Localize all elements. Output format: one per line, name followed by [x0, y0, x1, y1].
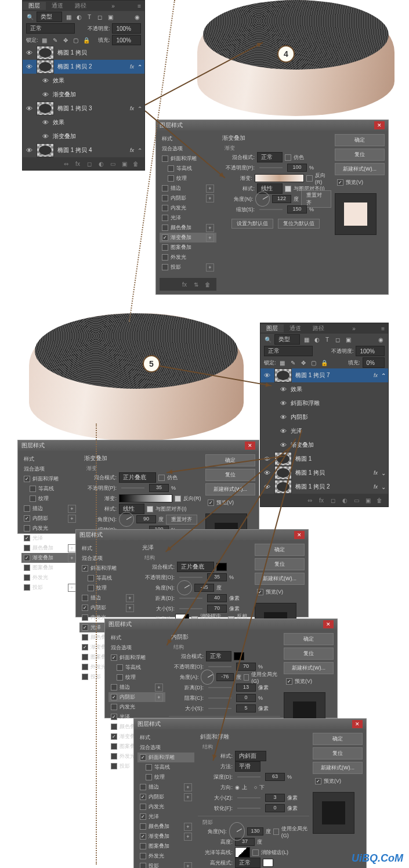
- fill-value[interactable]: 0%: [363, 357, 385, 368]
- chevron-icon[interactable]: ⌄: [381, 470, 386, 476]
- layer-name[interactable]: 椭圆 1 拷贝: [57, 49, 142, 57]
- style-blend-options[interactable]: 混合选项: [108, 643, 165, 653]
- fx-badge[interactable]: fx: [374, 470, 378, 476]
- layer-name[interactable]: 椭圆 1 拷贝 7: [295, 371, 370, 379]
- chevron-icon[interactable]: ⌃: [381, 372, 386, 379]
- distance-slider[interactable]: [179, 598, 202, 599]
- layer-effect[interactable]: 👁效果: [23, 74, 144, 88]
- visibility-icon[interactable]: 👁: [25, 49, 33, 56]
- opacity-slider[interactable]: [179, 577, 202, 578]
- cancel-button[interactable]: 复位: [335, 149, 385, 161]
- opacity-slider[interactable]: [208, 666, 231, 667]
- dir-down-radio[interactable]: 下: [259, 784, 265, 791]
- layer-row[interactable]: 👁椭圆 1 拷贝fx⌄: [260, 466, 388, 480]
- style-item[interactable]: ✓内阴影+: [21, 513, 78, 523]
- reset-align-button[interactable]: 重置对齐: [166, 515, 197, 525]
- dialog-titlebar[interactable]: 图层样式✕: [156, 120, 388, 131]
- dither-check[interactable]: 仿色: [294, 154, 304, 161]
- reverse-check[interactable]: 反向(R): [183, 495, 201, 502]
- cancel-button[interactable]: 复位: [205, 469, 255, 481]
- add-icon[interactable]: +: [206, 224, 214, 232]
- distance-slider[interactable]: [208, 687, 231, 688]
- style-item[interactable]: ✓渐变叠加+: [21, 553, 78, 563]
- layer-effect[interactable]: 👁效果: [23, 115, 144, 129]
- fx-badge[interactable]: fx: [130, 106, 134, 111]
- chevron-icon[interactable]: ⌃: [137, 64, 142, 70]
- align-check[interactable]: 与图层对齐(I): [155, 505, 187, 513]
- ok-button[interactable]: 确定: [313, 733, 363, 745]
- visibility-icon[interactable]: 👁: [25, 147, 33, 154]
- close-icon[interactable]: ✕: [374, 121, 385, 129]
- layer-effect[interactable]: 👁斜面和浮雕: [260, 396, 388, 410]
- fx-menu-icon[interactable]: fx: [180, 280, 189, 288]
- style-item[interactable]: 光泽: [160, 213, 216, 223]
- opacity-value[interactable]: 100%: [112, 23, 141, 34]
- technique-select[interactable]: 平滑: [235, 761, 260, 772]
- filter-kind[interactable]: 类型: [37, 12, 62, 22]
- lock-artboard-icon[interactable]: ▢: [310, 359, 318, 367]
- visibility-icon[interactable]: 👁: [41, 77, 49, 84]
- angle-dial[interactable]: [177, 580, 192, 595]
- new-style-button[interactable]: 新建样式(W)...: [335, 163, 385, 175]
- style-blend-options[interactable]: 混合选项: [21, 464, 78, 474]
- scale-slider[interactable]: [259, 209, 283, 210]
- angle-input[interactable]: -76: [216, 673, 233, 681]
- fx-badge[interactable]: fx: [130, 147, 134, 153]
- choke-slider[interactable]: [208, 697, 231, 699]
- layer-effect[interactable]: 👁光泽: [260, 424, 388, 438]
- trash-icon[interactable]: 🗑: [204, 280, 212, 288]
- filter-type-icon[interactable]: T: [323, 335, 331, 343]
- style-item[interactable]: 图案叠加: [137, 841, 194, 851]
- choke-input[interactable]: 0: [236, 694, 256, 702]
- visibility-icon[interactable]: 👁: [279, 386, 287, 393]
- style-item[interactable]: ✓光泽: [21, 533, 78, 543]
- style-item[interactable]: 内发光: [108, 702, 165, 712]
- angle-input[interactable]: 122: [272, 195, 291, 203]
- layer-row[interactable]: 👁椭圆 1 拷贝: [23, 46, 144, 60]
- menu-icon[interactable]: ≡: [134, 3, 144, 9]
- style-item[interactable]: 颜色叠加+: [160, 223, 216, 233]
- filter-shape-icon[interactable]: ◻: [96, 13, 104, 21]
- highlight-color-swatch[interactable]: [263, 859, 273, 867]
- soften-slider[interactable]: [237, 808, 260, 809]
- style-blend-options[interactable]: 混合选项: [160, 144, 216, 154]
- fx-badge[interactable]: fx: [130, 64, 134, 70]
- fx-badge[interactable]: fx: [374, 484, 378, 490]
- bevel-style-select[interactable]: 内斜面: [235, 751, 266, 761]
- tab-paths[interactable]: 路径: [307, 324, 330, 332]
- style-item[interactable]: ✓内阴影+: [108, 692, 165, 702]
- tab-layers[interactable]: 图层: [23, 2, 46, 10]
- up-down-icon[interactable]: ⇅: [192, 280, 200, 288]
- highlight-mode-select[interactable]: 正常: [235, 858, 260, 868]
- filter-adjust-icon[interactable]: ◐: [313, 335, 321, 343]
- fx-icon[interactable]: fx: [74, 160, 82, 168]
- style-item[interactable]: 纹理: [79, 583, 136, 593]
- style-item[interactable]: ✓渐变叠加+: [160, 233, 216, 243]
- gradient-picker[interactable]: [255, 174, 305, 182]
- angle-dial[interactable]: [229, 822, 245, 841]
- lock-pos-icon[interactable]: ✥: [61, 36, 70, 44]
- filter-smart-icon[interactable]: ▣: [106, 13, 114, 21]
- adjustment-icon[interactable]: ◐: [341, 496, 349, 504]
- style-item[interactable]: 描边+: [137, 782, 194, 792]
- link-icon[interactable]: ⇔: [306, 496, 314, 504]
- layer-row[interactable]: 👁椭圆 1 拷贝 4fx⌃: [23, 143, 144, 157]
- style-item[interactable]: ✓斜面和浮雕: [21, 474, 78, 484]
- size-input[interactable]: 70: [207, 605, 227, 613]
- group-icon[interactable]: ▭: [108, 160, 117, 168]
- opacity-slider[interactable]: [121, 487, 144, 489]
- blend-select[interactable]: 正常: [206, 651, 231, 661]
- style-item[interactable]: 等高线: [108, 663, 165, 672]
- depth-slider[interactable]: [237, 776, 260, 777]
- layer-name[interactable]: 椭圆 1 拷贝 2: [57, 63, 126, 71]
- style-item[interactable]: 等高线: [79, 573, 136, 583]
- size-slider[interactable]: [179, 608, 202, 609]
- style-item[interactable]: ✓光泽: [137, 812, 194, 822]
- global-light-check[interactable]: 使用全局光(G): [281, 825, 309, 838]
- search-icon[interactable]: 🔍: [26, 13, 34, 21]
- visibility-icon[interactable]: 👁: [263, 469, 271, 476]
- opacity-input[interactable]: 100: [287, 164, 307, 172]
- style-item[interactable]: 投影+: [21, 583, 78, 592]
- mask-icon[interactable]: ◻: [85, 160, 93, 168]
- angle-input[interactable]: 130: [247, 827, 264, 836]
